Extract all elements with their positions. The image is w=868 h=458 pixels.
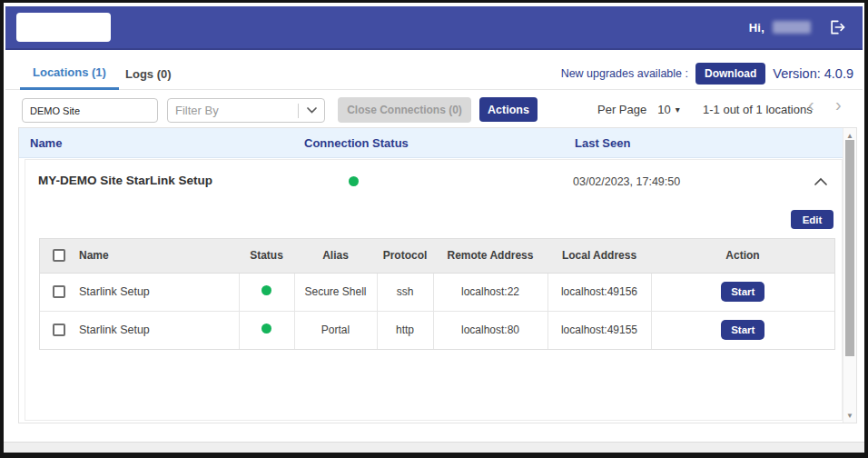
- user-name-redacted: [773, 21, 811, 34]
- toolbar: Filter By Close Connections (0) Actions …: [5, 91, 863, 127]
- connection-alias: Portal: [294, 311, 377, 349]
- connections-header-protocol: Protocol: [377, 239, 433, 273]
- status-dot: [261, 324, 271, 334]
- connection-remote-address: localhost:80: [433, 311, 547, 349]
- connections-table: Name Status Alias Protocol Remote Addres…: [39, 238, 835, 350]
- site-search-input[interactable]: [22, 98, 158, 123]
- greeting-text: Hi,: [749, 21, 764, 35]
- locations-header-connection-status: Connection Status: [304, 136, 409, 150]
- location-name: MY-DEMO Site StarLink Setup: [38, 174, 212, 187]
- scrollbar-thumb[interactable]: [845, 140, 854, 356]
- chevron-left-icon[interactable]: ‹: [808, 95, 814, 115]
- table-row: Starlink Setup Secure Shell ssh localhos…: [40, 273, 834, 311]
- status-dot: [261, 285, 271, 295]
- app-header-bar: Hi,: [5, 6, 863, 50]
- tabs-row: Locations (1) Logs (0) New upgrades avai…: [5, 52, 863, 90]
- connections-header-local-address: Local Address: [547, 239, 651, 273]
- connection-remote-address: localhost:22: [433, 273, 547, 311]
- locations-header-last-seen: Last Seen: [575, 136, 630, 150]
- upgrade-zone: New upgrades available : Download Versio…: [561, 59, 853, 88]
- app-window: Hi, Locations (1) Logs (0) New upgrades …: [0, 0, 868, 458]
- caret-down-icon: ▾: [676, 105, 680, 114]
- version-text: Version: 4.0.9: [773, 66, 853, 81]
- filter-by-placeholder: Filter By: [175, 104, 298, 117]
- chevron-down-icon: [307, 107, 317, 114]
- app-logo: [16, 13, 111, 42]
- per-page-selected: 10: [657, 103, 670, 116]
- select-all-checkbox[interactable]: [53, 249, 65, 262]
- connection-name: Starlink Setup: [79, 285, 150, 298]
- close-connections-button: Close Connections (0): [338, 97, 471, 123]
- filter-by-select[interactable]: Filter By: [167, 98, 325, 123]
- connections-header-status: Status: [239, 239, 294, 273]
- connection-local-address: localhost:49155: [547, 311, 651, 349]
- per-page-label: Per Page: [597, 103, 646, 116]
- connection-protocol: ssh: [377, 273, 433, 311]
- connection-protocol: http: [377, 311, 433, 349]
- locations-panel: Name Connection Status Last Seen MY-DEMO…: [18, 127, 857, 423]
- per-page-control: Per Page 10 ▾: [597, 97, 680, 122]
- upgrade-notice: New upgrades available :: [561, 67, 688, 80]
- location-last-seen: 03/02/2023, 17:49:50: [573, 175, 680, 188]
- table-row: Starlink Setup Portal http localhost:80 …: [40, 311, 834, 349]
- edit-button[interactable]: Edit: [791, 210, 833, 229]
- pagination-range-text: 1-1 out of 1 locations: [703, 97, 813, 122]
- actions-button[interactable]: Actions: [479, 97, 538, 122]
- locations-table-header: Name Connection Status Last Seen: [19, 128, 843, 158]
- location-status-dot: [349, 176, 359, 186]
- start-button[interactable]: Start: [721, 282, 764, 302]
- connections-header-name: Name: [79, 249, 109, 262]
- connection-alias: Secure Shell: [294, 273, 377, 311]
- tab-logs[interactable]: Logs (0): [116, 57, 181, 90]
- locations-header-name: Name: [30, 136, 62, 150]
- user-zone: Hi,: [749, 16, 848, 38]
- chevron-right-icon[interactable]: ›: [835, 95, 842, 115]
- connection-name: Starlink Setup: [79, 324, 150, 336]
- connections-header-action: Action: [651, 239, 834, 273]
- tab-locations[interactable]: Locations (1): [20, 57, 119, 90]
- per-page-dropdown[interactable]: 10 ▾: [657, 103, 680, 116]
- download-button[interactable]: Download: [695, 63, 765, 85]
- window-bottom-strip: [4, 442, 864, 453]
- vertical-scrollbar[interactable]: ▲ ▼: [843, 128, 856, 423]
- connection-local-address: localhost:49156: [547, 273, 651, 311]
- connections-header-remote-address: Remote Address: [433, 239, 547, 273]
- connections-header-row: Name Status Alias Protocol Remote Addres…: [40, 239, 834, 273]
- chevron-up-icon[interactable]: [811, 171, 831, 191]
- start-button[interactable]: Start: [721, 320, 764, 340]
- select-divider: [298, 104, 299, 118]
- scroll-down-icon[interactable]: ▼: [843, 409, 856, 422]
- row-checkbox[interactable]: [53, 324, 65, 336]
- logout-icon[interactable]: [826, 16, 848, 38]
- row-checkbox[interactable]: [53, 285, 65, 298]
- connections-header-alias: Alias: [294, 239, 377, 273]
